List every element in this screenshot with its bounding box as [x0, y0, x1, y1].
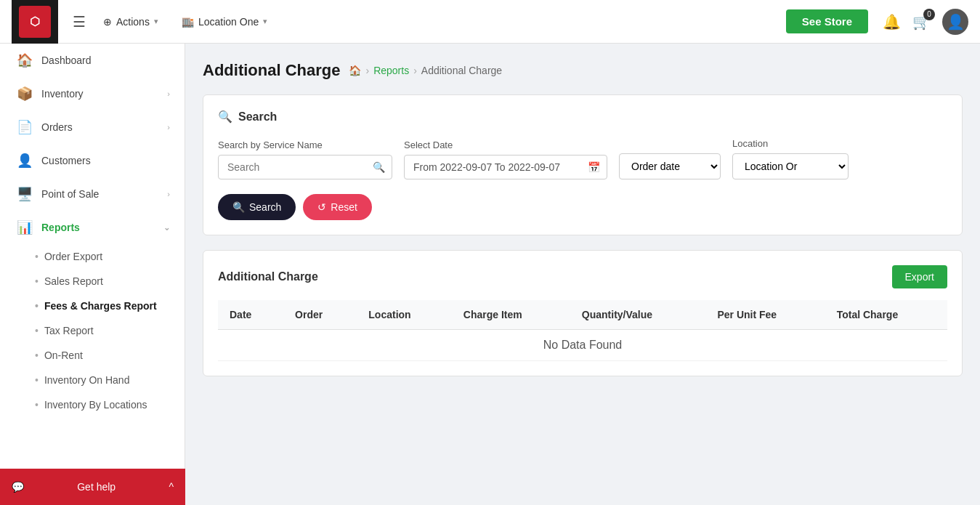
sub-label-order-export: Order Export: [44, 251, 102, 262]
page-header: Additional Charge 🏠 › Reports › Addition…: [203, 61, 963, 80]
col-charge-item: Charge Item: [452, 300, 570, 330]
sidebar-label-pos: Point of Sale: [41, 188, 158, 200]
logo: ⬡: [19, 6, 51, 38]
sidebar-label-reports: Reports: [41, 222, 155, 233]
user-avatar[interactable]: 👤: [942, 9, 968, 35]
location-icon: 🏬: [182, 16, 194, 28]
col-per-unit-fee: Per Unit Fee: [705, 300, 825, 330]
breadcrumb-sep1: ›: [365, 65, 369, 76]
results-header: Additional Charge Export: [218, 265, 947, 288]
location-select[interactable]: Location Or All Locations Location One L…: [732, 153, 849, 179]
location-filter-group: Location Location Or All Locations Locat…: [732, 138, 849, 179]
orders-chevron: ›: [167, 123, 170, 132]
search-section-icon: 🔍: [218, 110, 232, 124]
sidebar-sub-on-rent[interactable]: On-Rent: [26, 343, 185, 368]
breadcrumb-home-icon[interactable]: 🏠: [349, 65, 361, 76]
reset-btn-icon: ↺: [317, 201, 326, 213]
search-title-text: Search: [238, 110, 277, 124]
sub-label-tax-report: Tax Report: [44, 325, 94, 336]
sidebar-sub-inventory-on-hand[interactable]: Inventory On Hand: [26, 368, 185, 392]
sub-label-inventory-on-hand: Inventory On Hand: [44, 374, 130, 386]
sidebar-label-dashboard: Dashboard: [41, 54, 170, 66]
get-help-icon: 💬: [12, 481, 24, 493]
breadcrumb-reports-link[interactable]: Reports: [373, 65, 409, 76]
search-section-title: 🔍 Search: [218, 110, 947, 124]
sub-label-fees-charges: Fees & Charges Report: [44, 300, 157, 312]
reset-button[interactable]: ↺ Reset: [303, 194, 372, 220]
reset-btn-label: Reset: [331, 201, 357, 213]
sidebar: 🏠 Dashboard 📦 Inventory › 📄 Orders › 👤 C…: [0, 44, 185, 505]
reports-submenu: Order Export Sales Report Fees & Charges…: [0, 244, 185, 417]
sidebar-sub-sales-report[interactable]: Sales Report: [26, 269, 185, 294]
date-filter-group: Select Date 📅: [404, 140, 607, 179]
search-btn-icon: 🔍: [232, 201, 245, 213]
location-label: Location One: [198, 16, 259, 28]
order-date-filter-group: Order date Ship date Delivery date: [619, 138, 721, 179]
sub-label-on-rent: On-Rent: [44, 350, 83, 361]
see-store-button[interactable]: See Store: [786, 9, 868, 33]
table-body: No Data Found: [218, 330, 947, 361]
orders-icon: 📄: [17, 119, 33, 135]
actions-chevron: ▾: [154, 17, 158, 26]
cart-badge: 0: [923, 9, 935, 20]
page-title: Additional Charge: [203, 61, 340, 80]
nav-actions-area: ⊕ Actions ▾ 🏬 Location One ▾ See Store 🔔…: [94, 9, 968, 35]
sub-label-inventory-by-locations: Inventory By Locations: [44, 399, 147, 411]
get-help-chevron: ^: [169, 481, 174, 493]
sidebar-sub-order-export[interactable]: Order Export: [26, 244, 185, 269]
logo-area: ⬡: [12, 0, 58, 44]
export-button[interactable]: Export: [892, 265, 947, 288]
sidebar-item-orders[interactable]: 📄 Orders ›: [0, 110, 185, 144]
results-title: Additional Charge: [218, 270, 318, 283]
top-nav: ⬡ ☰ ⊕ Actions ▾ 🏬 Location One ▾ See Sto…: [0, 0, 980, 44]
calendar-icon: 📅: [588, 161, 600, 173]
sidebar-sub-tax-report[interactable]: Tax Report: [26, 318, 185, 343]
location-chevron: ▾: [263, 17, 267, 26]
service-name-filter-group: Search by Service Name 🔍: [218, 140, 392, 179]
no-data-row: No Data Found: [218, 330, 947, 361]
cart-button[interactable]: 🛒 0: [912, 13, 931, 31]
sidebar-label-customers: Customers: [41, 155, 170, 166]
actions-icon: ⊕: [103, 16, 112, 28]
hamburger-menu[interactable]: ☰: [73, 13, 86, 31]
button-row: 🔍 Search ↺ Reset: [218, 194, 947, 220]
reports-icon: 📊: [17, 219, 33, 235]
inventory-chevron: ›: [167, 89, 170, 98]
sidebar-sub-fees-charges[interactable]: Fees & Charges Report: [26, 294, 185, 318]
sidebar-item-reports[interactable]: 📊 Reports ⌄: [0, 211, 185, 244]
search-input-wrapper: 🔍: [218, 155, 392, 179]
date-label: Select Date: [404, 140, 607, 150]
sidebar-item-inventory[interactable]: 📦 Inventory ›: [0, 77, 185, 110]
col-location: Location: [357, 300, 451, 330]
date-range-input[interactable]: [404, 155, 607, 179]
breadcrumb: 🏠 › Reports › Additional Charge: [349, 65, 502, 76]
location-button[interactable]: 🏬 Location One ▾: [173, 12, 276, 32]
sidebar-sub-inventory-by-locations[interactable]: Inventory By Locations: [26, 392, 185, 417]
search-input[interactable]: [218, 155, 392, 179]
sidebar-label-orders: Orders: [41, 121, 158, 133]
notification-bell-icon[interactable]: 🔔: [883, 13, 901, 31]
sidebar-item-dashboard[interactable]: 🏠 Dashboard: [0, 44, 185, 77]
sidebar-item-customers[interactable]: 👤 Customers: [0, 144, 185, 177]
filter-row: Search by Service Name 🔍 Select Date 📅: [218, 138, 947, 179]
date-input-wrapper: 📅: [404, 155, 607, 179]
breadcrumb-current: Additional Charge: [421, 65, 502, 76]
order-date-label: [619, 138, 721, 149]
inventory-icon: 📦: [17, 86, 33, 102]
service-name-label: Search by Service Name: [218, 140, 392, 150]
location-filter-label: Location: [732, 138, 849, 149]
search-card: 🔍 Search Search by Service Name 🔍 Select…: [203, 94, 963, 235]
search-button[interactable]: 🔍 Search: [218, 194, 296, 220]
table-header: Date Order Location Charge Item Quantity…: [218, 300, 947, 330]
nav-right: 🔔 🛒 0 👤: [883, 9, 968, 35]
col-date: Date: [218, 300, 283, 330]
order-date-select[interactable]: Order date Ship date Delivery date: [619, 153, 721, 179]
main-content: Additional Charge 🏠 › Reports › Addition…: [185, 44, 980, 505]
actions-button[interactable]: ⊕ Actions ▾: [94, 12, 167, 32]
get-help-bar[interactable]: 💬 Get help ^: [0, 469, 185, 505]
results-card: Additional Charge Export Date Order Loca…: [203, 250, 963, 376]
pos-chevron: ›: [167, 190, 170, 198]
col-quantity-value: Quantity/Value: [570, 300, 706, 330]
sidebar-item-point-of-sale[interactable]: 🖥️ Point of Sale ›: [0, 177, 185, 211]
table-header-row: Date Order Location Charge Item Quantity…: [218, 300, 947, 330]
